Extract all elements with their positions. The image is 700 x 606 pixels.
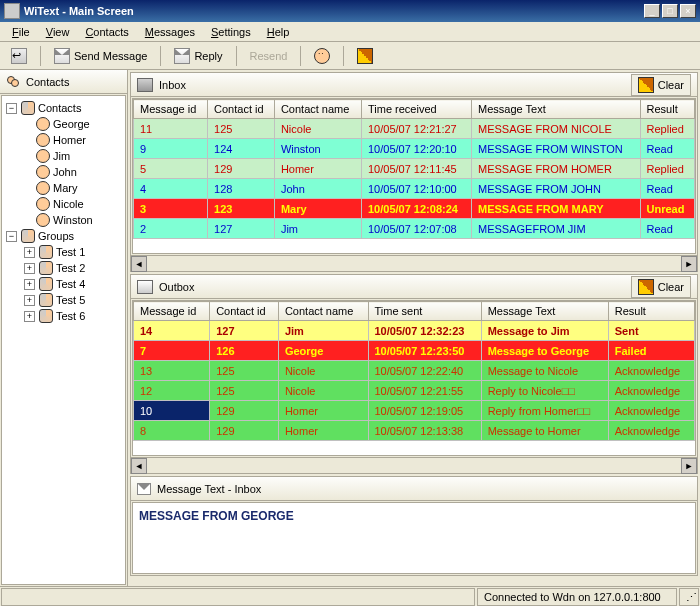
inbox-grid[interactable]: Message id Contact id Contact name Time … [133, 99, 695, 239]
table-row[interactable]: 8129Homer10/05/07 12:13:38Message to Hom… [134, 421, 695, 441]
contact-item[interactable]: Winston [6, 212, 121, 228]
window-title: WiText - Main Screen [24, 5, 644, 17]
statusbar: Connected to Wdn on 127.0.0.1:800 ⋰ [0, 586, 700, 606]
titlebar: WiText - Main Screen _ □ × [0, 0, 700, 22]
group-item[interactable]: +Test 1 [6, 244, 121, 260]
send-message-button[interactable]: Send Message [47, 44, 154, 68]
face-tool-button[interactable] [307, 44, 337, 68]
status-left [1, 588, 475, 606]
brush-icon [638, 77, 654, 93]
resend-button[interactable]: Resend [243, 46, 295, 66]
menu-settings[interactable]: Settings [203, 24, 259, 40]
table-row[interactable]: 13125Nicole10/05/07 12:22:40Message to N… [134, 361, 695, 381]
message-text-header: Message Text - Inbox [131, 477, 697, 501]
contact-item[interactable]: Mary [6, 180, 121, 196]
tree-root-contacts[interactable]: −Contacts [6, 100, 121, 116]
table-row[interactable]: 2127Jim10/05/07 12:07:08MESSAGEFROM JIMR… [134, 219, 695, 239]
outbox-header: Outbox Clear [131, 275, 697, 299]
table-row[interactable]: 7126George10/05/07 12:23:50Message to Ge… [134, 341, 695, 361]
inbox-clear-button[interactable]: Clear [631, 74, 691, 96]
status-connection: Connected to Wdn on 127.0.0.1:800 [477, 588, 677, 606]
group-item[interactable]: +Test 2 [6, 260, 121, 276]
message-text-body: MESSAGE FROM GEORGE [132, 502, 696, 574]
table-row[interactable]: 14127Jim10/05/07 12:32:23Message to JimS… [134, 321, 695, 341]
nav-back-button[interactable]: ↩ [4, 44, 34, 68]
contact-item[interactable]: George [6, 116, 121, 132]
menubar: File View Contacts Messages Settings Hel… [0, 22, 700, 42]
message-icon [137, 483, 151, 495]
table-row[interactable]: 5129Homer10/05/07 12:11:45MESSAGE FROM H… [134, 159, 695, 179]
table-row[interactable]: 4128John10/05/07 12:10:00MESSAGE FROM JO… [134, 179, 695, 199]
inbox-col-result[interactable]: Result [640, 100, 694, 119]
contacts-tree[interactable]: −Contacts GeorgeHomerJimJohnMaryNicoleWi… [1, 95, 126, 585]
outbox-hscroll[interactable]: ◄► [131, 457, 697, 473]
toolbar: ↩ Send Message Reply Resend [0, 42, 700, 70]
minimize-button[interactable]: _ [644, 4, 660, 18]
inbox-col-name[interactable]: Contact name [274, 100, 361, 119]
inbox-col-msgid[interactable]: Message id [134, 100, 208, 119]
group-item[interactable]: +Test 5 [6, 292, 121, 308]
outbox-col-text[interactable]: Message Text [481, 302, 608, 321]
outbox-col-msgid[interactable]: Message id [134, 302, 210, 321]
contact-item[interactable]: Nicole [6, 196, 121, 212]
close-button[interactable]: × [680, 4, 696, 18]
group-item[interactable]: +Test 6 [6, 308, 121, 324]
contact-item[interactable]: John [6, 164, 121, 180]
outbox-col-result[interactable]: Result [608, 302, 694, 321]
contact-item[interactable]: Jim [6, 148, 121, 164]
reply-button[interactable]: Reply [167, 44, 229, 68]
menu-messages[interactable]: Messages [137, 24, 203, 40]
table-row[interactable]: 11125Nicole10/05/07 12:21:27MESSAGE FROM… [134, 119, 695, 139]
table-row[interactable]: 9124Winston10/05/07 12:20:10MESSAGE FROM… [134, 139, 695, 159]
maximize-button[interactable]: □ [662, 4, 678, 18]
contacts-panel-header: Contacts [0, 70, 127, 94]
contacts-icon [6, 75, 20, 89]
tree-root-groups[interactable]: −Groups [6, 228, 121, 244]
inbox-header: Inbox Clear [131, 73, 697, 97]
app-icon [4, 3, 20, 19]
pencil-tool-button[interactable] [350, 44, 380, 68]
outbox-icon [137, 280, 153, 294]
menu-contacts[interactable]: Contacts [77, 24, 136, 40]
group-item[interactable]: +Test 4 [6, 276, 121, 292]
outbox-col-contactid[interactable]: Contact id [210, 302, 279, 321]
inbox-col-contactid[interactable]: Contact id [208, 100, 275, 119]
inbox-icon [137, 78, 153, 92]
table-row[interactable]: 10129Homer10/05/07 12:19:05Reply from Ho… [134, 401, 695, 421]
outbox-clear-button[interactable]: Clear [631, 276, 691, 298]
menu-view[interactable]: View [38, 24, 78, 40]
outbox-col-name[interactable]: Contact name [278, 302, 368, 321]
status-grip: ⋰ [679, 588, 699, 606]
menu-help[interactable]: Help [259, 24, 298, 40]
table-row[interactable]: 3123Mary10/05/07 12:08:24MESSAGE FROM MA… [134, 199, 695, 219]
inbox-col-time[interactable]: Time received [362, 100, 472, 119]
contact-item[interactable]: Homer [6, 132, 121, 148]
table-row[interactable]: 12125Nicole10/05/07 12:21:55Reply to Nic… [134, 381, 695, 401]
inbox-hscroll[interactable]: ◄► [131, 255, 697, 271]
outbox-grid[interactable]: Message id Contact id Contact name Time … [133, 301, 695, 441]
brush-icon [638, 279, 654, 295]
menu-file[interactable]: File [4, 24, 38, 40]
outbox-col-time[interactable]: Time sent [368, 302, 481, 321]
inbox-col-text[interactable]: Message Text [472, 100, 641, 119]
